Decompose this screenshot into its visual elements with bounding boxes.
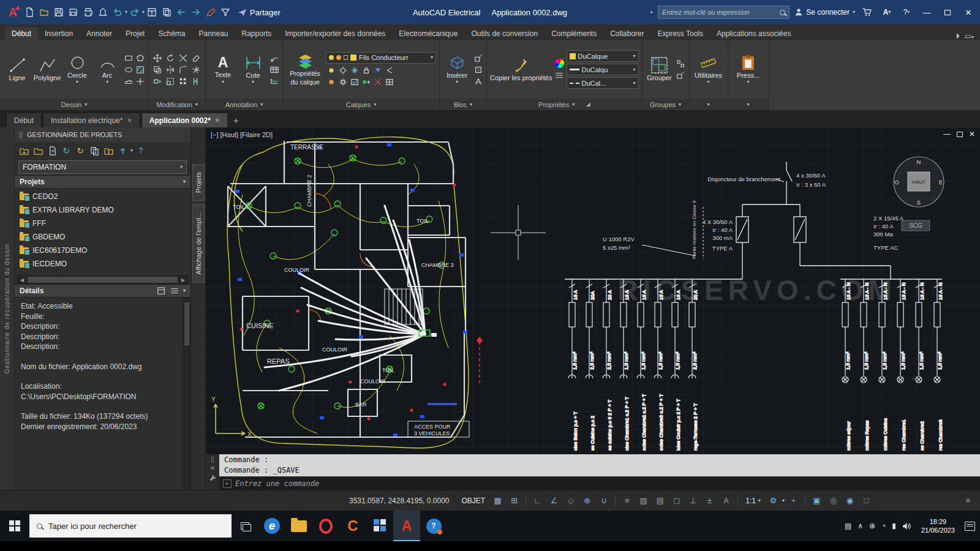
- insert-block-button[interactable]: Insérer ▾: [443, 54, 471, 85]
- group-button[interactable]: Grouper: [646, 57, 674, 82]
- project-item-fff[interactable]: FFF: [15, 217, 190, 230]
- view-controls-button[interactable]: [Haut]: [221, 131, 238, 138]
- ribbon-tab-panneau[interactable]: Panneau: [192, 27, 235, 40]
- ribbon-collapse-icon[interactable]: ▭▾: [965, 32, 974, 40]
- edit-block-icon[interactable]: [473, 53, 483, 63]
- panel-title-proprietes[interactable]: Propriétés▾◢: [487, 99, 642, 110]
- move-icon[interactable]: [152, 53, 162, 63]
- dynamic-ucs-icon[interactable]: ⊥: [686, 493, 700, 508]
- network-globe-icon[interactable]: ⊕: [869, 522, 875, 530]
- scroll-right-icon[interactable]: ▶: [179, 277, 187, 283]
- redo-caret-icon[interactable]: ▾: [142, 10, 145, 15]
- ellipse-icon[interactable]: [123, 64, 134, 75]
- layer-prev-icon[interactable]: [384, 66, 394, 76]
- ribbon-tab-applications[interactable]: Applications associées: [710, 27, 797, 40]
- layer-bulb-icon[interactable]: [329, 55, 334, 60]
- search-icon[interactable]: [780, 10, 785, 15]
- autocad-logo-icon[interactable]: A: [4, 3, 22, 21]
- color-caret-icon[interactable]: ▾: [633, 54, 635, 59]
- plot-icon[interactable]: [96, 5, 110, 20]
- layer-vp-icon[interactable]: [384, 77, 394, 88]
- lineweight-select[interactable]: DuCalqu ▾: [567, 64, 639, 75]
- doc-minimize-icon[interactable]: —: [943, 130, 951, 138]
- drawing-area[interactable]: [−] [Haut] [Filaire 2D] — ✕ RICSERVO.COM: [206, 127, 980, 490]
- arc-button[interactable]: Arc ▾: [93, 54, 121, 85]
- layer-thaw-icon[interactable]: [337, 77, 348, 88]
- annotation-scale-button[interactable]: 1:1▾: [742, 497, 764, 505]
- array-icon[interactable]: [178, 76, 188, 86]
- layer-color-swatch[interactable]: [350, 54, 356, 61]
- ribbon-cycle-icon[interactable]: ⏵: [956, 32, 960, 40]
- linetype-caret-icon[interactable]: ▾: [633, 81, 635, 86]
- print-icon[interactable]: [81, 5, 95, 20]
- close-tab-icon[interactable]: ✕: [215, 117, 220, 124]
- details-view-icon[interactable]: [156, 286, 167, 296]
- compass-south[interactable]: S: [917, 199, 921, 206]
- color-wheel-icon[interactable]: [555, 59, 564, 68]
- properties-list-icon[interactable]: [554, 70, 565, 80]
- panel-title-dessin[interactable]: Dessin▾: [0, 99, 148, 110]
- rotate-icon[interactable]: [165, 53, 175, 63]
- project-manager-header[interactable]: ⣿ GESTIONNAIRE DE PROJETS: [15, 127, 190, 142]
- update-project-icon[interactable]: ↻: [74, 144, 86, 157]
- details-list-icon[interactable]: [170, 286, 180, 296]
- layer-lock-icon[interactable]: [344, 55, 348, 60]
- match-properties-button[interactable]: Copier les propriétés: [490, 57, 552, 82]
- object-snap-tracking-icon[interactable]: ⊕: [580, 493, 594, 508]
- plus-icon[interactable]: +: [786, 493, 801, 508]
- new-project-icon[interactable]: [18, 144, 30, 157]
- doc-close-icon[interactable]: ✕: [969, 130, 975, 138]
- viewcube[interactable]: HAUT N S E O: [894, 157, 944, 207]
- scale-icon[interactable]: [165, 76, 175, 86]
- linetype-select[interactable]: DuCal... ▾: [567, 77, 639, 89]
- layer-off-icon[interactable]: [326, 66, 336, 76]
- publish-icon[interactable]: [116, 144, 129, 157]
- zip-project-icon[interactable]: [102, 144, 115, 157]
- create-block-icon[interactable]: [473, 64, 483, 75]
- panel-grip-icon[interactable]: ⣿: [18, 131, 23, 139]
- minimize-button[interactable]: —: [919, 6, 935, 19]
- details-header[interactable]: Détails ▾: [15, 284, 190, 298]
- layer-lock-toggle-icon[interactable]: [361, 66, 371, 76]
- new-file-icon[interactable]: [23, 5, 36, 20]
- compass-east[interactable]: E: [939, 179, 943, 186]
- undo-caret-icon[interactable]: ▾: [125, 10, 127, 15]
- side-tab-projets[interactable]: Projets: [192, 164, 205, 201]
- battery-icon[interactable]: ▮: [892, 522, 896, 530]
- ribbon-tab-express-tools[interactable]: Express Tools: [651, 27, 710, 40]
- isodraft-icon[interactable]: ◇: [564, 493, 578, 508]
- drawing-recovery-strip[interactable]: Gestionnaire de récupération du dessin: [0, 127, 15, 490]
- erase-icon[interactable]: [190, 53, 201, 63]
- rectangle-icon[interactable]: [123, 53, 134, 63]
- eye-tray-icon[interactable]: ◔: [881, 522, 886, 530]
- chevron-up-icon[interactable]: ∧: [858, 522, 863, 530]
- sheet-set-icon[interactable]: [160, 5, 173, 20]
- side-tab-affichage[interactable]: Affichage de l'empl...: [192, 204, 205, 283]
- file-tab-application-0002[interactable]: Application 0002*✕: [141, 113, 228, 127]
- project-list-hscrollbar[interactable]: ◀ ····· ▶: [17, 276, 188, 284]
- cart-icon[interactable]: [861, 5, 874, 20]
- pm-help-icon[interactable]: ?: [135, 144, 147, 157]
- project-combo[interactable]: FORMATION ▾: [18, 160, 187, 174]
- scg-badge[interactable]: SCG: [902, 220, 930, 231]
- point-icon[interactable]: [135, 76, 145, 86]
- revcloud-icon[interactable]: [123, 76, 134, 86]
- offset-icon[interactable]: [190, 76, 201, 86]
- fillet-icon[interactable]: [178, 64, 188, 75]
- compass-north[interactable]: N: [917, 159, 921, 165]
- stretch-icon[interactable]: [152, 76, 162, 86]
- ungroup-icon[interactable]: [676, 59, 686, 69]
- ribbon-tab-collaborer[interactable]: Collaborer: [603, 27, 650, 40]
- command-prompt-icon[interactable]: ▸: [223, 479, 232, 488]
- taskbar-app-assistant[interactable]: ?: [420, 511, 447, 541]
- taskbar-app-c[interactable]: C: [339, 511, 366, 541]
- undo-icon[interactable]: [111, 5, 124, 20]
- details-caret-icon[interactable]: ▾: [183, 288, 186, 293]
- layout-icon[interactable]: [145, 5, 159, 20]
- utilities-button[interactable]: Utilitaires ▾: [695, 54, 723, 85]
- lineweight-caret-icon[interactable]: ▾: [633, 67, 635, 72]
- ribbon-tab-annoter[interactable]: Annoter: [80, 27, 119, 40]
- ribbon-tab-projet[interactable]: Projet: [119, 27, 151, 40]
- panel-title-presse[interactable]: ▾: [728, 99, 769, 110]
- transparency-icon[interactable]: ▨: [636, 493, 650, 508]
